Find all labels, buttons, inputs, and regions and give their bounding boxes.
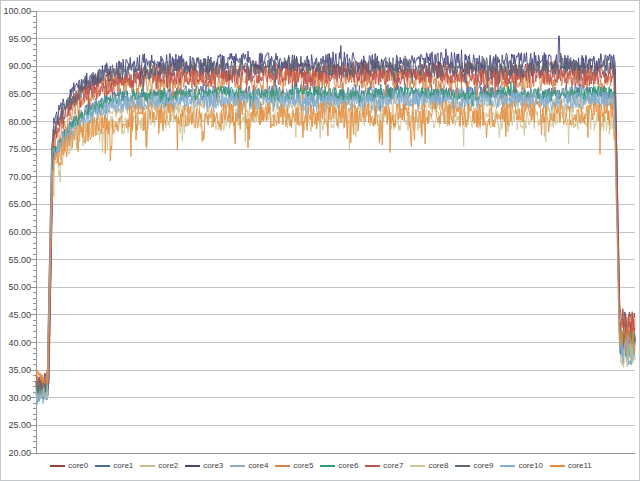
legend-line-marker-core10 [500, 465, 515, 467]
legend-label: core11 [568, 461, 592, 471]
legend-item-core6: core6 [320, 461, 358, 471]
chart-canvas: 100.0095.0090.0085.0080.0075.0070.0065.0… [0, 0, 640, 481]
y-axis-tick-label: 75.00 [1, 144, 31, 154]
y-axis-tick-label: 25.00 [1, 420, 31, 430]
y-axis-tick-label: 20.00 [1, 448, 31, 458]
series-line-core11 [36, 99, 635, 384]
legend-label: core6 [338, 461, 358, 471]
legend-label: core4 [248, 461, 268, 471]
chart-legend: core0core1core2core3core4core5core6core7… [1, 458, 640, 474]
legend-item-core1: core1 [95, 461, 133, 471]
legend-line-marker-core11 [550, 465, 565, 467]
legend-item-core11: core11 [550, 461, 592, 471]
y-axis-tick-label: 50.00 [1, 282, 31, 292]
y-axis-tick-label: 30.00 [1, 393, 31, 403]
y-axis-tick-label: 65.00 [1, 199, 31, 209]
legend-item-core10: core10 [500, 461, 542, 471]
legend-item-core7: core7 [365, 461, 403, 471]
legend-label: core2 [158, 461, 178, 471]
legend-line-marker-core0 [50, 465, 65, 467]
legend-line-marker-core5 [275, 465, 290, 467]
legend-line-marker-core6 [320, 465, 335, 467]
y-axis: 100.0095.0090.0085.0080.0075.0070.0065.0… [1, 1, 31, 481]
legend-item-core0: core0 [50, 461, 88, 471]
legend-item-core4: core4 [230, 461, 268, 471]
y-axis-tick-label: 80.00 [1, 117, 31, 127]
legend-label: core7 [383, 461, 403, 471]
legend-item-core8: core8 [410, 461, 448, 471]
legend-line-marker-core8 [410, 465, 425, 467]
legend-line-marker-core3 [185, 465, 200, 467]
legend-label: core8 [428, 461, 448, 471]
legend-label: core1 [113, 461, 133, 471]
y-axis-tick-label: 95.00 [1, 34, 31, 44]
y-axis-tick-label: 60.00 [1, 227, 31, 237]
y-axis-tick-label: 35.00 [1, 365, 31, 375]
legend-line-marker-core2 [140, 465, 155, 467]
series-line-core2 [36, 91, 635, 393]
y-axis-ticks [31, 11, 36, 453]
y-axis-tick-label: 85.00 [1, 89, 31, 99]
legend-label: core5 [293, 461, 313, 471]
legend-line-marker-core7 [365, 465, 380, 467]
y-axis-tick-label: 55.00 [1, 255, 31, 265]
plot-area [1, 1, 640, 481]
legend-item-core2: core2 [140, 461, 178, 471]
legend-line-marker-core1 [95, 465, 110, 467]
legend-item-core3: core3 [185, 461, 223, 471]
legend-line-marker-core4 [230, 465, 245, 467]
y-axis-tick-label: 40.00 [1, 338, 31, 348]
legend-item-core5: core5 [275, 461, 313, 471]
y-axis-tick-label: 70.00 [1, 172, 31, 182]
y-axis-tick-label: 100.00 [1, 6, 31, 16]
legend-item-core9: core9 [455, 461, 493, 471]
y-axis-tick-label: 90.00 [1, 61, 31, 71]
legend-label: core10 [518, 461, 542, 471]
series-line-core10 [36, 90, 635, 404]
legend-label: core9 [473, 461, 493, 471]
y-axis-tick-label: 45.00 [1, 310, 31, 320]
legend-line-marker-core9 [455, 465, 470, 467]
legend-label: core0 [68, 461, 88, 471]
legend-label: core3 [203, 461, 223, 471]
